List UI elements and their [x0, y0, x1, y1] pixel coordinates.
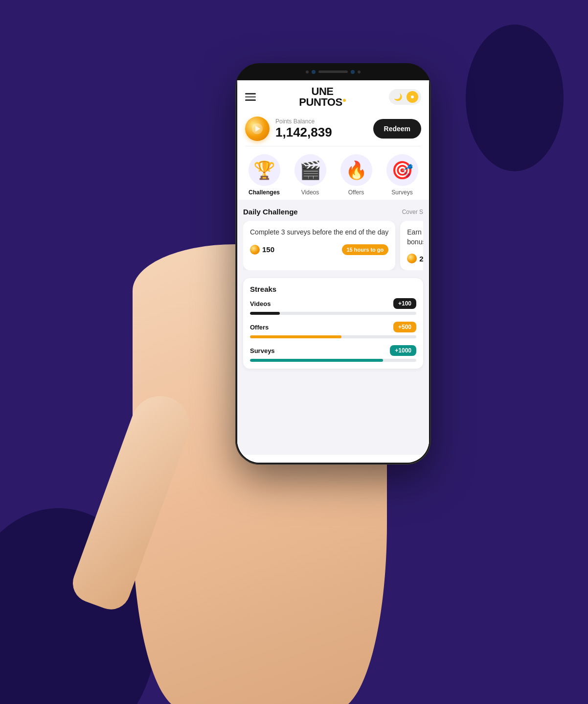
- notch-dot-left: [306, 70, 309, 73]
- streak-surveys-header: Surveys +1000: [250, 345, 416, 356]
- daily-challenge-title: Daily Challenge: [243, 208, 298, 216]
- videos-icon-bg: 🎬: [294, 154, 326, 186]
- streak-offers-label: Offers: [250, 324, 269, 331]
- hamburger-line-1: [245, 93, 256, 94]
- categories: 🏆 Challenges 🎬 Videos 🔥 Offers 🎯 Surveys: [237, 146, 429, 200]
- challenge-card-2-title: Earn your bonus: [407, 228, 423, 247]
- play-icon: [255, 126, 260, 132]
- category-challenges[interactable]: 🏆 Challenges: [249, 154, 280, 196]
- logo-text: UNE PUNTOS: [299, 86, 345, 108]
- streak-offers-header: Offers +500: [250, 322, 416, 332]
- category-surveys[interactable]: 🎯 Surveys: [386, 154, 418, 196]
- notch-camera: [312, 70, 316, 74]
- hamburger-line-3: [245, 99, 256, 101]
- daily-challenge-link[interactable]: Cover S: [402, 209, 423, 215]
- challenges-label: Challenges: [249, 189, 280, 196]
- scene: UNE PUNTOS 🌙: [74, 34, 514, 670]
- logo-dot: [343, 99, 346, 102]
- challenge-card-1-footer: 150 15 hours to go: [250, 244, 388, 255]
- surveys-label: Surveys: [391, 189, 412, 196]
- phone: UNE PUNTOS 🌙: [235, 63, 431, 465]
- app-content: UNE PUNTOS 🌙: [237, 80, 429, 463]
- streak-surveys-bar-fill: [250, 359, 383, 362]
- challenge-card-2[interactable]: Earn your bonus 2,: [400, 221, 423, 270]
- svg-point-0: [411, 95, 414, 98]
- time-badge: 15 hours to go: [342, 244, 389, 255]
- challenge-card-1[interactable]: Complete 3 surveys before the end of the…: [243, 221, 395, 270]
- logo-line2: PUNTOS: [299, 97, 345, 108]
- notch-dot-right: [358, 70, 361, 73]
- challenges-icon-bg: 🏆: [249, 154, 280, 186]
- challenge-card-2-points: 2,: [407, 254, 423, 263]
- offers-label: Offers: [348, 189, 364, 196]
- theme-toggle[interactable]: 🌙: [389, 89, 421, 105]
- streak-surveys-badge: +1000: [390, 345, 416, 356]
- logo-line1: UNE: [299, 86, 345, 97]
- coin-inner: [252, 123, 263, 134]
- streak-offers: Offers +500: [250, 322, 416, 338]
- streak-surveys-bar-bg: [250, 359, 416, 362]
- streaks-section: Streaks Videos +100: [243, 278, 423, 369]
- small-coin-2: [407, 254, 417, 263]
- app-header: UNE PUNTOS 🌙: [237, 80, 429, 112]
- streaks-title: Streaks: [250, 285, 276, 293]
- daily-challenge-header: Daily Challenge Cover S: [243, 208, 423, 216]
- points-value: 1,142,839: [275, 125, 367, 140]
- notch-speaker: [318, 70, 348, 73]
- streak-videos-bar-fill: [250, 312, 280, 315]
- phone-screen: UNE PUNTOS 🌙: [237, 80, 429, 463]
- notch-camera-2: [351, 70, 355, 74]
- hamburger-line-2: [245, 96, 256, 98]
- streak-offers-bar-fill: [250, 335, 341, 338]
- videos-label: Videos: [301, 189, 319, 196]
- streaks-header: Streaks: [250, 285, 416, 293]
- logo: UNE PUNTOS: [299, 86, 345, 108]
- challenge-card-1-title: Complete 3 surveys before the end of the…: [250, 228, 388, 237]
- redeem-button[interactable]: Redeem: [373, 119, 421, 139]
- streak-videos-label: Videos: [250, 300, 271, 307]
- streak-videos: Videos +100: [250, 298, 416, 315]
- streak-offers-badge: +500: [393, 322, 416, 332]
- streak-videos-badge: +100: [393, 298, 416, 309]
- challenge-card-1-points: 150: [250, 245, 274, 255]
- sun-icon: [407, 91, 418, 103]
- streak-surveys-label: Surveys: [250, 347, 275, 354]
- category-offers[interactable]: 🔥 Offers: [340, 154, 372, 196]
- small-coin-1: [250, 245, 260, 255]
- menu-button[interactable]: [245, 93, 256, 101]
- phone-notch: [235, 63, 431, 80]
- offers-icon-bg: 🔥: [340, 154, 372, 186]
- points-section: Points Balance 1,142,839 Redeem: [237, 112, 429, 146]
- points-label: Points Balance: [275, 118, 367, 125]
- points-coin-icon: [245, 117, 270, 141]
- streak-surveys: Surveys +1000: [250, 345, 416, 362]
- surveys-icon-bg: 🎯: [386, 154, 418, 186]
- points-info: Points Balance 1,142,839: [275, 118, 367, 140]
- streak-videos-header: Videos +100: [250, 298, 416, 309]
- challenge-cards-row: Complete 3 surveys before the end of the…: [243, 221, 423, 270]
- moon-icon: 🌙: [392, 91, 404, 103]
- streak-videos-bar-bg: [250, 312, 416, 315]
- category-videos[interactable]: 🎬 Videos: [294, 154, 326, 196]
- streak-offers-bar-bg: [250, 335, 416, 338]
- main-content: Daily Challenge Cover S Complete 3 surve…: [237, 200, 429, 455]
